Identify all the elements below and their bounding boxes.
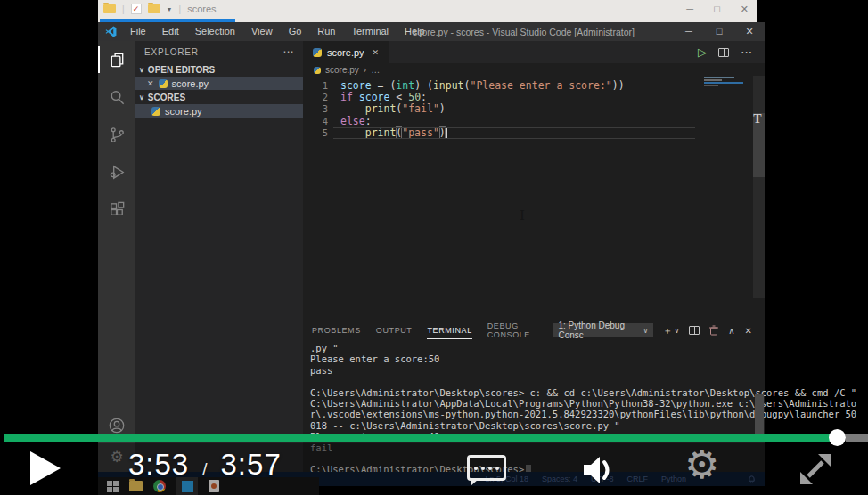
explorer-maximize-button[interactable]: □	[714, 4, 720, 14]
properties-check-icon[interactable]: ✓	[131, 4, 142, 14]
captions-icon[interactable]	[467, 455, 506, 481]
section-label: SCORES	[148, 93, 185, 102]
toolbar-dropdown-icon[interactable]: ▼	[167, 6, 173, 12]
terminal-selector-value: 1: Python Debug Consc	[558, 321, 643, 340]
menu-selection[interactable]: Selection	[187, 22, 243, 41]
python-file-icon	[314, 67, 321, 74]
chevron-down-icon: ∨	[139, 66, 144, 74]
python-file-icon	[151, 107, 160, 116]
close-panel-icon[interactable]: ✕	[745, 326, 752, 336]
tab-close-icon[interactable]: ✕	[373, 48, 380, 57]
code-line-5[interactable]: 5 print("pass")	[303, 127, 765, 139]
terminal-scrollbar[interactable]	[755, 394, 764, 439]
menu-file[interactable]: File	[122, 22, 154, 41]
player-settings-gear-icon[interactable]: ⚙	[684, 443, 719, 486]
code-editor[interactable]: 1score = (int) (input("Please enter a sc…	[303, 77, 765, 139]
open-editor-item-scorepy[interactable]: ✕ score.py	[135, 77, 303, 90]
panel-tab-debug-console[interactable]: DEBUG CONSOLE	[487, 321, 538, 339]
menu-terminal[interactable]: Terminal	[344, 22, 397, 41]
code-line-4[interactable]: 4else:	[303, 115, 765, 126]
extensions-icon[interactable]	[98, 191, 135, 228]
menu-run[interactable]: Run	[309, 22, 343, 41]
section-open-editors[interactable]: ∨ OPEN EDITORS	[135, 62, 303, 77]
new-terminal-button[interactable]: ＋∨	[662, 324, 679, 337]
code-line-3[interactable]: 3 print("fail")	[303, 103, 765, 115]
captions-bubble-tail	[471, 479, 479, 486]
progress-remaining	[846, 434, 868, 442]
vscode-titlebar: FileEditSelectionViewGoRunTerminalHelp s…	[98, 22, 765, 41]
explorer-close-button[interactable]: ✕	[741, 4, 749, 15]
line-number: 4	[303, 116, 328, 126]
volume-icon[interactable]	[581, 455, 617, 485]
activity-bar: ⚙	[98, 41, 135, 472]
vscode-close-button[interactable]: ✕	[734, 22, 765, 41]
split-editor-icon[interactable]	[718, 48, 729, 57]
vscode-minimize-button[interactable]: ─	[674, 22, 704, 41]
progress-handle[interactable]	[829, 429, 846, 446]
vscode-logo-icon	[105, 26, 117, 37]
split-terminal-icon[interactable]	[689, 326, 700, 335]
terminal-selector-dropdown[interactable]: 1: Python Debug Consc ∨	[553, 323, 653, 337]
terminal-line: .py "	[310, 343, 765, 353]
panel-tab-output[interactable]: OUTPUT	[376, 321, 413, 339]
time-separator: /	[202, 459, 207, 479]
file-name: score.py	[165, 106, 202, 117]
folder-icon[interactable]	[103, 4, 116, 13]
explorer-sidebar: EXPLORER ⋯ ∨ OPEN EDITORS ✕ score.py ∨ S…	[135, 41, 303, 472]
window-title: score.py - scores - Visual Studio Code […	[413, 27, 635, 37]
editor-group: score.py ✕ ▷ ⋯ score.py › … 1score = (in…	[303, 41, 765, 472]
breadcrumb-file[interactable]: score.py	[325, 65, 359, 75]
menu-view[interactable]: View	[243, 22, 281, 41]
run-file-button[interactable]: ▷	[698, 45, 707, 59]
explorer-minimize-button[interactable]: ─	[686, 4, 693, 14]
editor-scrollbar[interactable]	[753, 76, 765, 298]
maximize-panel-icon[interactable]: ∧	[728, 326, 734, 336]
section-scores-folder[interactable]: ∨ SCORES	[135, 90, 303, 104]
terminal-line: 018 -- c:\Users\Administrator\Desktop\sc…	[310, 420, 765, 431]
terminal-line: C:\Users\Administrator\Desktop\scores> c…	[310, 387, 765, 398]
panel-tab-terminal[interactable]: TERMINAL	[427, 321, 471, 339]
close-editor-icon[interactable]: ✕	[147, 79, 154, 88]
folder-icon[interactable]	[148, 4, 160, 13]
python-file-icon	[159, 79, 168, 88]
code-line-2[interactable]: 2if score < 50:	[303, 91, 765, 102]
terminal-line: Please enter a score:50	[310, 353, 765, 364]
code-line-1[interactable]: 1score = (int) (input("Please enter a sc…	[303, 79, 765, 91]
breadcrumb[interactable]: score.py › …	[303, 63, 765, 77]
source-control-icon[interactable]	[98, 116, 135, 153]
video-player-frame: | ✓ ▼ | scores ─ □ ✕ FileEditSelectionVi…	[0, 0, 868, 495]
terminal-line: C:\Users\Administrator\AppData\Local\Pro…	[310, 398, 765, 409]
account-icon[interactable]	[98, 417, 135, 434]
current-time: 3:53	[128, 448, 189, 482]
menu-go[interactable]: Go	[281, 22, 310, 41]
kill-terminal-trash-icon[interactable]	[709, 325, 718, 336]
chevron-down-icon: ∨	[643, 327, 649, 335]
play-button[interactable]	[30, 451, 61, 485]
search-icon[interactable]	[98, 78, 135, 116]
tab-scorepy[interactable]: score.py ✕	[303, 41, 389, 63]
run-debug-icon[interactable]	[98, 153, 135, 191]
line-number: 2	[303, 92, 328, 102]
panel-tab-problems[interactable]: PROBLEMS	[312, 321, 361, 339]
line-number: 1	[303, 80, 328, 91]
tab-label: score.py	[327, 47, 364, 58]
sidebar-more-actions-icon[interactable]: ⋯	[283, 45, 294, 58]
separator: |	[179, 4, 182, 14]
section-label: OPEN EDITORS	[148, 65, 215, 75]
menu-edit[interactable]: Edit	[154, 22, 187, 41]
terminal-line: pass	[310, 365, 765, 376]
code-text: else:	[328, 115, 372, 127]
editor-more-actions-icon[interactable]: ⋯	[741, 45, 752, 59]
progress-played	[4, 434, 841, 442]
line-number: 3	[303, 103, 328, 114]
minimap[interactable]	[704, 77, 745, 91]
tree-item-scorepy[interactable]: score.py	[135, 104, 303, 118]
chevron-down-icon: ∨	[139, 93, 144, 101]
fullscreen-icon[interactable]	[797, 450, 834, 486]
mouse-ibeam-cursor: I	[520, 207, 525, 223]
video-progress-bar[interactable]	[0, 434, 868, 442]
vscode-maximize-button[interactable]: □	[704, 22, 734, 41]
explorer-view-icon[interactable]	[98, 41, 135, 78]
code-text: print("fail")	[328, 102, 446, 115]
breadcrumb-more[interactable]: …	[371, 65, 380, 75]
